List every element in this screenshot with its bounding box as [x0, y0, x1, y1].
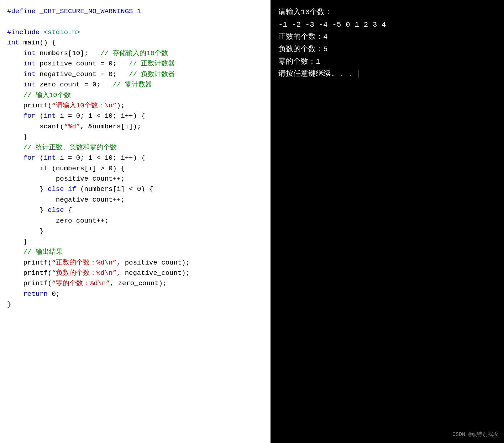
code-line: printf(“负数的个数：%d\n”, negative_count); — [7, 268, 263, 278]
terminal-output: 请输入10个数：-1 -2 -3 -4 -5 0 1 2 3 4正数的个数：4负… — [271, 0, 504, 443]
code-editor: #define _CRT_SECURE_NO_WARNINGS 1 #inclu… — [0, 0, 271, 443]
code-line: printf(“请输入10个数：\n”); — [7, 101, 263, 111]
code-line: int main() { — [7, 38, 263, 48]
terminal-output-line: 零的个数：1 — [278, 56, 496, 68]
terminal-prompt-line: 请输入10个数： — [278, 6, 496, 19]
terminal-output-line: 正数的个数：4 — [278, 31, 496, 43]
code-line: for (int i = 0; i < 10; i++) { — [7, 153, 263, 163]
code-line: } else { — [7, 205, 263, 215]
code-line: int positive_count = 0; // 正数计数器 — [7, 59, 263, 69]
code-line: scanf(“%d”, &numbers[i]); — [7, 122, 263, 132]
code-line: // 输入10个数 — [7, 90, 263, 101]
code-line: } — [7, 237, 263, 247]
code-line: positive_count++; — [7, 174, 263, 184]
code-line: int zero_count = 0; // 零计数器 — [7, 80, 263, 90]
code-line: } — [7, 226, 263, 236]
code-line: #include <stdio.h> — [7, 27, 263, 38]
code-line: return 0; — [7, 289, 263, 299]
code-line: zero_count++; — [7, 216, 263, 226]
terminal-output-line: 负数的个数：5 — [278, 43, 496, 56]
terminal-input-line: -1 -2 -3 -4 -5 0 1 2 3 4 — [278, 19, 496, 31]
code-line: printf(“正数的个数：%d\n”, positive_count); — [7, 258, 263, 268]
watermark: CSDN @顽特别我坂 — [452, 431, 498, 439]
terminal-prompt: 请输入10个数：-1 -2 -3 -4 -5 0 1 2 3 4正数的个数：4负… — [278, 6, 496, 80]
code-line: #define _CRT_SECURE_NO_WARNINGS 1 — [7, 6, 263, 17]
code-line: // 统计正数、负数和零的个数 — [7, 143, 263, 153]
code-line: } — [7, 132, 263, 142]
code-line: } — [7, 299, 263, 310]
terminal-cursor — [358, 70, 358, 78]
code-line: if (numbers[i] > 0) { — [7, 164, 263, 174]
code-line — [7, 17, 263, 27]
code-line: int negative_count = 0; // 负数计数器 — [7, 69, 263, 80]
code-line: // 输出结果 — [7, 247, 263, 257]
code-line: for (int i = 0; i < 10; i++) { — [7, 111, 263, 121]
code-line: negative_count++; — [7, 195, 263, 205]
terminal-output-line: 请按任意键继续. . . — [278, 68, 496, 80]
code-line: printf(“零的个数：%d\n”, zero_count); — [7, 278, 263, 289]
code-line: } else if (numbers[i] < 0) { — [7, 184, 263, 194]
code-line: int numbers[10]; // 存储输入的10个数 — [7, 48, 263, 59]
